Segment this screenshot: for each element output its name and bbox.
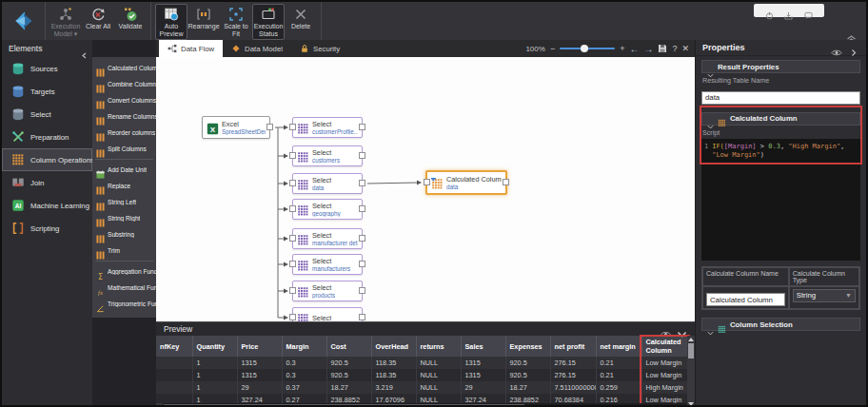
flow-node-sel-manufacturers[interactable]: Select manufacturers xyxy=(292,254,363,275)
chevron-down-icon[interactable] xyxy=(677,325,687,334)
operation-item-add-date-unit[interactable]: Add Date Unit xyxy=(92,162,156,178)
tab-data-flow[interactable]: Data Flow xyxy=(159,40,223,57)
undo-arrow-icon[interactable]: ← xyxy=(629,44,639,54)
column-selection-section[interactable]: Column Selection xyxy=(701,318,860,331)
flow-node-sel-products[interactable]: Select products xyxy=(292,281,363,301)
preview-column-header[interactable]: Quantity xyxy=(192,336,237,357)
operation-item-split-columns[interactable]: Split Columns xyxy=(92,141,156,157)
save-icon[interactable] xyxy=(658,44,667,53)
rearrange-button[interactable]: Rearrange xyxy=(187,4,220,32)
eye-icon[interactable] xyxy=(661,325,671,334)
scale-to-fit-button[interactable]: Scale to Fit xyxy=(220,4,252,40)
operation-item-substring[interactable]: Substring xyxy=(92,226,156,242)
preview-column-header[interactable]: returns xyxy=(416,336,461,357)
flow-node-sel-manufacturer-details[interactable]: Select manufacturer deta... xyxy=(292,228,363,249)
operation-item-aggregation-function[interactable]: Σ Aggregation Function xyxy=(92,263,156,280)
operation-item-string-right[interactable]: String Right xyxy=(92,210,156,226)
preview-column-header[interactable]: Cost xyxy=(326,336,371,357)
output-port[interactable] xyxy=(359,180,365,186)
sidebar-item-preparation[interactable]: Preparation xyxy=(2,126,92,148)
output-port[interactable] xyxy=(359,287,365,294)
flow-node-sel-data[interactable]: Select data xyxy=(292,173,363,194)
sidebar-item-machine-learning[interactable]: AI Machine Learning xyxy=(2,194,92,217)
chevron-left-icon[interactable] xyxy=(81,46,88,52)
operation-item-trigonometric-functi[interactable]: Trigonometric Functi... xyxy=(92,296,156,312)
input-port[interactable] xyxy=(289,124,296,130)
flow-node-sel-clipped[interactable]: Select xyxy=(292,307,363,321)
input-port[interactable] xyxy=(289,314,296,320)
input-port[interactable] xyxy=(289,180,296,186)
preview-column-header[interactable]: Expenses xyxy=(505,336,550,357)
table-row[interactable]: 1290.3718.273.219NULL2918.277.5110000000… xyxy=(156,381,690,394)
sidebar-item-select[interactable]: Select xyxy=(2,103,92,126)
tab-security[interactable]: Security xyxy=(291,40,348,57)
preview-column-header[interactable]: Sales xyxy=(461,336,505,357)
output-port[interactable] xyxy=(359,235,365,242)
preview-column-header[interactable]: OverHead xyxy=(371,336,416,357)
output-port[interactable] xyxy=(359,261,365,267)
preview-column-header[interactable]: net profit xyxy=(550,336,596,357)
operation-item-replace[interactable]: Replace xyxy=(92,178,156,194)
flow-canvas[interactable]: X Excel SpreadSheetDemo l... Select cust… xyxy=(156,57,695,321)
output-port[interactable] xyxy=(503,179,509,185)
preview-column-header[interactable]: nfKey xyxy=(156,336,192,357)
execution-status-button[interactable]: Execution Status xyxy=(252,4,285,40)
output-port[interactable] xyxy=(359,314,365,320)
operation-item-calculated-column[interactable]: Calculated Column xyxy=(92,60,156,76)
input-port[interactable] xyxy=(289,261,296,267)
resulting-table-name-input[interactable] xyxy=(701,91,860,105)
zoom-in-icon[interactable]: + xyxy=(620,44,624,53)
input-port[interactable] xyxy=(289,287,296,294)
result-properties-section[interactable]: Result Properties xyxy=(701,60,860,73)
export-icon[interactable] xyxy=(784,7,793,15)
input-port[interactable] xyxy=(424,179,430,185)
table-row[interactable]: 113150.3920.5118.35NULL1315920.5276.150.… xyxy=(156,357,690,369)
preview-column-header[interactable]: net margin xyxy=(596,336,641,357)
output-port[interactable] xyxy=(266,124,273,130)
output-port[interactable] xyxy=(359,124,365,130)
script-editor[interactable]: 1 IF([Margin] > 0.3, "High Margin", "Low… xyxy=(701,139,860,261)
preview-horizontal-scrollbar[interactable] xyxy=(156,403,687,407)
sidebar-item-targets[interactable]: Targets xyxy=(2,80,92,103)
redo-arrow-icon[interactable]: → xyxy=(643,44,653,54)
operation-item-string-left[interactable]: String Left xyxy=(92,194,156,210)
sidebar-item-scripting[interactable]: Scripting xyxy=(2,217,92,240)
preview-column-header[interactable]: Calculated Column xyxy=(641,336,690,357)
execution-model-button[interactable]: Execution Model ▾ xyxy=(49,4,82,40)
sidebar-item-column-operations[interactable]: Column Operations xyxy=(2,148,92,171)
clear-all-button[interactable]: Clear All xyxy=(82,4,114,32)
preview-vertical-scrollbar[interactable] xyxy=(687,336,695,407)
input-port[interactable] xyxy=(289,235,296,242)
input-port[interactable] xyxy=(289,205,296,212)
tab-data-model[interactable]: Data Model xyxy=(223,40,291,57)
flow-node-excel[interactable]: X Excel SpreadSheetDemo l... xyxy=(202,116,270,139)
help-icon[interactable]: ? xyxy=(672,44,677,53)
power-icon[interactable] xyxy=(765,7,774,15)
validate-button[interactable]: Validate xyxy=(114,4,147,32)
output-port[interactable] xyxy=(359,152,365,159)
feedback-icon[interactable] xyxy=(804,7,813,15)
input-port[interactable] xyxy=(289,152,296,159)
operation-item-combine-columns[interactable]: Combine Columns xyxy=(92,76,156,92)
operation-item-mathematical-function[interactable]: fx Mathematical Function xyxy=(92,280,156,296)
close-icon[interactable]: ✕ xyxy=(681,44,689,53)
calculate-column-name-input[interactable] xyxy=(706,293,785,306)
preview-column-header[interactable]: Margin xyxy=(282,336,326,357)
delete-button[interactable]: Delete xyxy=(285,4,317,32)
operation-item-rename-columns[interactable]: Rename Columns xyxy=(92,108,156,125)
flow-node-sel-customers[interactable]: Select customers xyxy=(292,145,363,166)
preview-column-header[interactable]: Price xyxy=(237,336,282,357)
zoom-slider[interactable] xyxy=(560,45,615,52)
flow-node-sel-customerprofile[interactable]: Select customerProfile... xyxy=(292,117,363,138)
chevron-right-icon[interactable] xyxy=(848,44,859,52)
output-port[interactable] xyxy=(359,205,365,212)
calculate-column-type-select[interactable]: String ▼ xyxy=(793,289,856,302)
collapse-ribbon-icon[interactable] xyxy=(846,29,857,37)
calculated-column-section[interactable]: Calculated Column xyxy=(701,112,860,126)
eye-icon[interactable] xyxy=(831,44,842,52)
zoom-out-icon[interactable]: − xyxy=(550,44,555,53)
sidebar-item-sources[interactable]: Sources xyxy=(2,57,92,80)
operation-item-trim[interactable]: Trim xyxy=(92,242,156,259)
operation-item-convert-columns[interactable]: Convert Columns xyxy=(92,92,156,108)
operation-item-reorder-columns[interactable]: Reorder columns xyxy=(92,125,156,141)
